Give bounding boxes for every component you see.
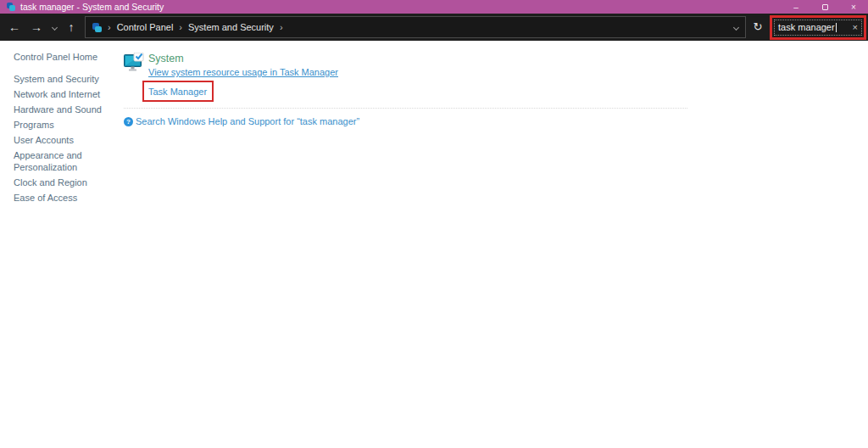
breadcrumb-control-panel[interactable]: Control Panel	[117, 22, 174, 32]
forward-button[interactable]: →	[25, 16, 47, 38]
maximize-icon	[822, 4, 828, 10]
system-result-section: System View system resource usage in Tas…	[124, 53, 692, 102]
control-panel-icon	[7, 3, 15, 11]
search-results: System View system resource usage in Tas…	[124, 53, 692, 126]
system-icon	[124, 53, 144, 73]
sidebar-item[interactable]: System and Security	[14, 73, 114, 85]
breadcrumb-separator: ›	[179, 22, 182, 32]
task-manager-link[interactable]: Task Manager	[148, 87, 207, 97]
window-controls: – ×	[782, 0, 868, 14]
close-icon: ×	[851, 3, 856, 12]
sidebar-category-list: System and Security Network and Internet…	[14, 73, 114, 204]
refresh-icon: ↻	[754, 20, 763, 33]
sidebar-item[interactable]: Network and Internet	[14, 88, 114, 100]
result-category-title: System	[148, 53, 338, 64]
sidebar-item[interactable]: Appearance and Personalization	[14, 149, 114, 173]
system-result-body: System View system resource usage in Tas…	[148, 53, 338, 102]
address-bar[interactable]: › Control Panel › System and Security ›	[85, 16, 746, 38]
search-box-annotation: task manager ×	[770, 15, 866, 40]
content-area: Control Panel Home System and Security N…	[0, 41, 868, 448]
minimize-icon: –	[793, 3, 798, 12]
back-icon: ←	[8, 20, 20, 34]
breadcrumb-separator: ›	[108, 22, 111, 32]
up-button[interactable]: ↑	[61, 16, 81, 38]
help-question-icon: ?	[124, 117, 133, 126]
up-icon: ↑	[69, 20, 75, 34]
results-divider	[124, 108, 687, 109]
help-row: ? Search Windows Help and Support for “t…	[124, 116, 692, 126]
navigation-bar: ← → ↑ › Control Panel › System and Secur…	[0, 14, 868, 41]
sidebar-item[interactable]: Hardware and Sound	[14, 104, 114, 115]
forward-icon: →	[31, 20, 42, 34]
sidebar-item[interactable]: User Accounts	[14, 134, 114, 146]
text-caret	[836, 23, 837, 32]
chevron-down-icon	[51, 24, 57, 30]
sidebar-item-control-panel-home[interactable]: Control Panel Home	[14, 51, 114, 64]
breadcrumb-separator: ›	[280, 22, 283, 32]
minimize-button[interactable]: –	[782, 0, 810, 14]
recent-pages-dropdown[interactable]	[47, 16, 61, 38]
sidebar-item[interactable]: Clock and Region	[14, 176, 114, 188]
control-panel-icon	[92, 23, 102, 32]
task-manager-annotation: Task Manager	[142, 81, 214, 102]
view-system-resource-usage-link[interactable]: View system resource usage in Task Manag…	[148, 67, 338, 77]
sidebar-item[interactable]: Ease of Access	[14, 192, 114, 204]
breadcrumb-system-and-security[interactable]: System and Security	[188, 22, 274, 32]
back-button[interactable]: ←	[3, 16, 25, 38]
titlebar: task manager - System and Security – ×	[0, 0, 868, 14]
search-help-link[interactable]: Search Windows Help and Support for “tas…	[136, 116, 359, 126]
maximize-button[interactable]	[810, 0, 839, 14]
control-panel-window: task manager - System and Security – × ←…	[0, 0, 868, 448]
sidebar-item[interactable]: Programs	[14, 119, 114, 131]
refresh-button[interactable]: ↻	[746, 16, 770, 38]
address-history-chevron-icon[interactable]	[733, 24, 739, 30]
search-clear-button[interactable]: ×	[853, 22, 858, 32]
sidebar: Control Panel Home System and Security N…	[14, 51, 114, 207]
close-button[interactable]: ×	[839, 0, 868, 14]
search-input[interactable]: task manager	[778, 22, 835, 32]
window-title: task manager - System and Security	[20, 2, 164, 12]
